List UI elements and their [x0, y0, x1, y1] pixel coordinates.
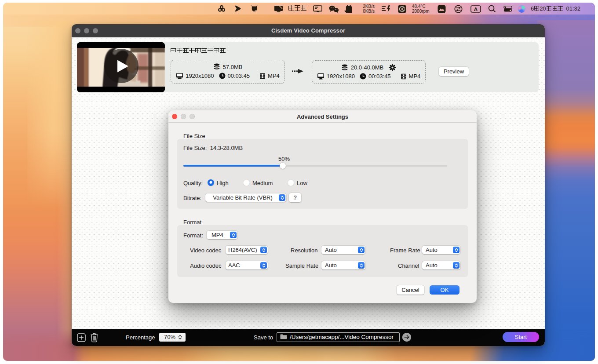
svg-text:A: A [474, 7, 478, 12]
